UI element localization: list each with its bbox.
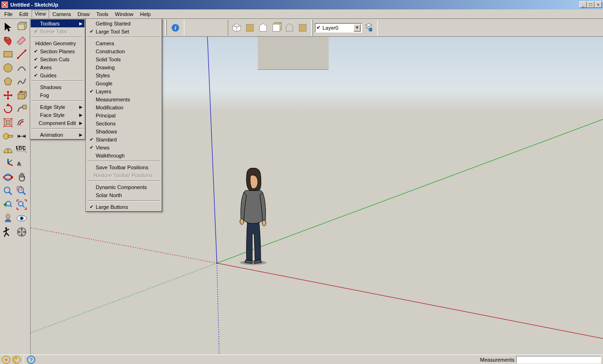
menu-item-label: Save Toolbar Positions bbox=[95, 165, 153, 170]
eraser-tool[interactable] bbox=[15, 33, 28, 47]
scale-tool[interactable] bbox=[1, 116, 15, 129]
toolbars-menu-item-layers[interactable]: ✔Layers bbox=[86, 87, 161, 95]
position-camera-tool[interactable] bbox=[1, 211, 15, 225]
pan-tool[interactable] bbox=[15, 170, 28, 184]
orbit-tool[interactable] bbox=[1, 170, 15, 184]
layer-manager-button[interactable] bbox=[362, 21, 375, 34]
tape-tool[interactable] bbox=[1, 129, 15, 143]
view-menu-item-section-planes[interactable]: ✔Section Planes bbox=[31, 47, 84, 55]
dimension-tool[interactable] bbox=[15, 129, 28, 143]
view-menu-item-hidden-geometry[interactable]: Hidden Geometry bbox=[31, 39, 84, 47]
view-menu-item-guides[interactable]: ✔Guides bbox=[31, 71, 84, 79]
info-button[interactable]: i bbox=[169, 21, 182, 34]
rotate-tool[interactable] bbox=[1, 102, 15, 116]
check-icon: ✔ bbox=[88, 204, 95, 209]
offset-tool[interactable] bbox=[15, 116, 28, 129]
view-back-button[interactable] bbox=[283, 21, 296, 34]
previous-tool[interactable] bbox=[1, 198, 15, 211]
view-menu-item-axes[interactable]: ✔Axes bbox=[31, 63, 84, 71]
view-menu-item-section-cuts[interactable]: ✔Section Cuts bbox=[31, 55, 84, 63]
view-iso-button[interactable] bbox=[230, 21, 243, 34]
toolbars-menu-item-camera[interactable]: Camera bbox=[86, 39, 161, 47]
view-top-button[interactable] bbox=[243, 21, 256, 34]
toolbars-menu-item-modification[interactable]: Modification bbox=[86, 103, 161, 111]
followme-tool[interactable] bbox=[15, 102, 28, 116]
help-icon[interactable]: ? bbox=[27, 356, 35, 364]
view-left-button[interactable] bbox=[296, 21, 309, 34]
menu-item-label: Drawing bbox=[95, 65, 153, 70]
move-tool[interactable] bbox=[1, 88, 15, 102]
credits-icon[interactable] bbox=[12, 356, 21, 364]
menu-view[interactable]: View bbox=[32, 10, 50, 18]
view-right-button[interactable] bbox=[270, 21, 283, 34]
svg-rect-48 bbox=[273, 24, 280, 31]
maximize-button[interactable]: □ bbox=[587, 1, 595, 8]
layer-dropdown[interactable]: ✔ Layer0 ▼ bbox=[315, 23, 362, 33]
toolbars-menu-item-dynamic-components[interactable]: Dynamic Components bbox=[86, 183, 161, 191]
circle-tool[interactable] bbox=[1, 61, 15, 74]
paint-tool[interactable] bbox=[1, 33, 15, 47]
close-button[interactable]: × bbox=[595, 1, 602, 8]
toolbars-menu-item-large-tool-set[interactable]: ✔Large Tool Set bbox=[86, 27, 161, 35]
toolbars-menu-item-drawing[interactable]: Drawing bbox=[86, 63, 161, 71]
lookaround-tool[interactable] bbox=[15, 211, 28, 225]
toolbars-menu-item-measurements[interactable]: Measurements bbox=[86, 95, 161, 103]
svg-point-39 bbox=[21, 217, 23, 219]
pushpull-tool[interactable] bbox=[15, 88, 28, 102]
menu-item-label: Camera bbox=[95, 41, 153, 46]
check-icon: ✔ bbox=[33, 65, 39, 70]
toolbars-menu-item-standard[interactable]: ✔Standard bbox=[86, 135, 161, 143]
select-tool[interactable] bbox=[1, 20, 15, 33]
view-menu-item-edge-style[interactable]: Edge Style▶ bbox=[31, 103, 84, 111]
view-front-button[interactable] bbox=[256, 21, 270, 34]
toolbars-menu-item-principal[interactable]: Principal bbox=[86, 111, 161, 119]
view-menu-item-face-style[interactable]: Face Style▶ bbox=[31, 111, 84, 119]
toolbars-menu-item-sections[interactable]: Sections bbox=[86, 119, 161, 127]
arc-tool[interactable] bbox=[15, 61, 28, 74]
menu-camera[interactable]: Camera bbox=[49, 10, 74, 18]
view-menu-item-animation[interactable]: Animation▶ bbox=[31, 131, 84, 139]
toolbars-menu-item-solid-tools[interactable]: Solid Tools bbox=[86, 55, 161, 63]
menu-item-label: Modification bbox=[95, 105, 153, 110]
toolbars-menu-item-solar-north[interactable]: Solar North bbox=[86, 191, 161, 199]
menu-item-label: Solar North bbox=[95, 192, 153, 198]
toolbars-menu-item-styles[interactable]: Styles bbox=[86, 71, 161, 79]
view-menu-item-toolbars[interactable]: Toolbars▶ bbox=[31, 19, 84, 27]
toolbars-menu-item-views[interactable]: ✔Views bbox=[86, 143, 161, 151]
menu-window[interactable]: Window bbox=[112, 10, 137, 18]
menu-edit[interactable]: Edit bbox=[16, 10, 32, 18]
toolbars-menu-item-getting-started[interactable]: Getting Started bbox=[86, 19, 161, 27]
toolbars-menu-item-construction[interactable]: Construction bbox=[86, 47, 161, 55]
geo-location-icon[interactable] bbox=[2, 356, 10, 364]
protractor-tool[interactable] bbox=[1, 143, 15, 157]
view-menu-item-component-edit[interactable]: Component Edit▶ bbox=[31, 119, 84, 127]
text-tool[interactable]: ABC bbox=[15, 143, 28, 157]
measurements-input[interactable] bbox=[516, 356, 601, 364]
toolbars-menu-item-large-buttons[interactable]: ✔Large Buttons bbox=[86, 203, 161, 211]
toolbars-menu-item-google[interactable]: Google bbox=[86, 79, 161, 87]
zoomwindow-tool[interactable] bbox=[15, 184, 28, 198]
minimize-button[interactable]: _ bbox=[579, 1, 587, 8]
view-menu-item-shadows[interactable]: Shadows bbox=[31, 83, 84, 91]
freehand-tool[interactable] bbox=[15, 74, 28, 88]
view-menu-item-fog[interactable]: Fog bbox=[31, 91, 84, 99]
polygon-tool[interactable] bbox=[1, 74, 15, 88]
axes-tool[interactable] bbox=[1, 157, 15, 170]
toolbars-menu-item-save-toolbar-positions[interactable]: Save Toolbar Positions bbox=[86, 163, 161, 171]
toolbars-menu-item-walkthrough[interactable]: Walkthrough bbox=[86, 151, 161, 159]
walk-tool[interactable] bbox=[1, 225, 15, 239]
menu-tools[interactable]: Tools bbox=[93, 10, 112, 18]
menu-help[interactable]: Help bbox=[137, 10, 154, 18]
window-buttons: _ □ × bbox=[579, 1, 602, 8]
zoomextents-tool[interactable] bbox=[15, 198, 28, 211]
toolbars-menu-item-shadows[interactable]: Shadows bbox=[86, 127, 161, 135]
menu-file[interactable]: File bbox=[1, 10, 16, 18]
menu-draw[interactable]: Draw bbox=[74, 10, 93, 18]
3dtext-tool[interactable]: AA bbox=[15, 157, 28, 170]
zoom-tool[interactable] bbox=[1, 184, 15, 198]
rectangle-tool[interactable] bbox=[1, 47, 15, 61]
large-tool-set-toolbar: ABCAA bbox=[0, 19, 31, 355]
section-tool[interactable] bbox=[15, 225, 28, 239]
component-tool[interactable] bbox=[15, 20, 28, 33]
line-tool[interactable] bbox=[15, 47, 28, 61]
